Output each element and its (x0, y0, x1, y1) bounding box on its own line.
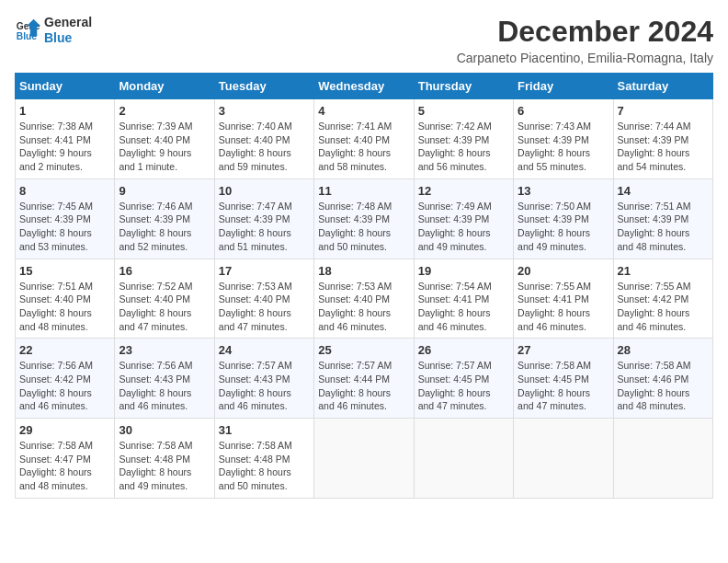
day-info: Sunrise: 7:53 AMSunset: 4:40 PMDaylight:… (219, 280, 310, 334)
day-info: Sunrise: 7:45 AMSunset: 4:39 PMDaylight:… (19, 200, 110, 254)
week-row-2: 8Sunrise: 7:45 AMSunset: 4:39 PMDaylight… (16, 178, 713, 259)
day-info: Sunrise: 7:43 AMSunset: 4:39 PMDaylight:… (518, 120, 609, 174)
page-header: General Blue General Blue December 2024 … (15, 15, 713, 65)
day-number: 8 (19, 184, 110, 198)
month-year-title: December 2024 (457, 15, 713, 49)
day-number: 23 (119, 343, 210, 357)
calendar-cell: 8Sunrise: 7:45 AMSunset: 4:39 PMDaylight… (16, 178, 115, 259)
day-number: 24 (219, 343, 310, 357)
logo-text-blue: Blue (44, 30, 92, 46)
calendar-cell: 19Sunrise: 7:54 AMSunset: 4:41 PMDayligh… (414, 259, 513, 339)
day-number: 2 (119, 104, 210, 118)
day-number: 16 (119, 264, 210, 278)
calendar-cell: 12Sunrise: 7:49 AMSunset: 4:39 PMDayligh… (414, 178, 513, 259)
day-info: Sunrise: 7:42 AMSunset: 4:39 PMDaylight:… (418, 120, 509, 174)
column-header-thursday: Thursday (414, 74, 513, 99)
day-info: Sunrise: 7:56 AMSunset: 4:43 PMDaylight:… (119, 359, 210, 413)
day-info: Sunrise: 7:55 AMSunset: 4:42 PMDaylight:… (618, 280, 709, 334)
week-row-5: 29Sunrise: 7:58 AMSunset: 4:47 PMDayligh… (16, 419, 713, 499)
logo: General Blue General Blue (15, 15, 92, 46)
day-info: Sunrise: 7:56 AMSunset: 4:42 PMDaylight:… (19, 359, 110, 413)
day-number: 3 (219, 104, 310, 118)
day-number: 4 (318, 104, 409, 118)
day-info: Sunrise: 7:58 AMSunset: 4:45 PMDaylight:… (518, 359, 609, 413)
day-number: 25 (318, 343, 409, 357)
week-row-4: 22Sunrise: 7:56 AMSunset: 4:42 PMDayligh… (16, 339, 713, 419)
logo-icon: General Blue (15, 17, 40, 43)
calendar-cell: 25Sunrise: 7:57 AMSunset: 4:44 PMDayligh… (314, 339, 414, 419)
day-info: Sunrise: 7:40 AMSunset: 4:40 PMDaylight:… (219, 120, 310, 174)
title-block: December 2024 Carpaneto Piacentino, Emil… (457, 15, 713, 65)
day-info: Sunrise: 7:51 AMSunset: 4:40 PMDaylight:… (19, 280, 110, 334)
day-info: Sunrise: 7:51 AMSunset: 4:39 PMDaylight:… (618, 200, 709, 254)
calendar-cell: 31Sunrise: 7:58 AMSunset: 4:48 PMDayligh… (214, 419, 313, 499)
day-number: 27 (518, 343, 609, 357)
day-info: Sunrise: 7:44 AMSunset: 4:39 PMDaylight:… (618, 120, 709, 174)
day-info: Sunrise: 7:48 AMSunset: 4:39 PMDaylight:… (318, 200, 409, 254)
day-info: Sunrise: 7:57 AMSunset: 4:45 PMDaylight:… (418, 359, 509, 413)
calendar-cell: 13Sunrise: 7:50 AMSunset: 4:39 PMDayligh… (514, 178, 613, 259)
calendar-cell: 3Sunrise: 7:40 AMSunset: 4:40 PMDaylight… (214, 99, 313, 179)
day-number: 28 (618, 343, 709, 357)
day-number: 14 (618, 184, 709, 198)
column-header-saturday: Saturday (613, 74, 712, 99)
calendar-cell (414, 419, 513, 499)
day-info: Sunrise: 7:47 AMSunset: 4:39 PMDaylight:… (219, 200, 310, 254)
day-number: 20 (518, 264, 609, 278)
column-header-wednesday: Wednesday (314, 74, 414, 99)
day-info: Sunrise: 7:55 AMSunset: 4:41 PMDaylight:… (518, 280, 609, 334)
day-info: Sunrise: 7:57 AMSunset: 4:44 PMDaylight:… (318, 359, 409, 413)
calendar-cell: 22Sunrise: 7:56 AMSunset: 4:42 PMDayligh… (16, 339, 115, 419)
logo-text-general: General (44, 15, 92, 30)
day-number: 19 (418, 264, 509, 278)
day-info: Sunrise: 7:39 AMSunset: 4:40 PMDaylight:… (119, 120, 210, 174)
calendar-cell: 30Sunrise: 7:58 AMSunset: 4:48 PMDayligh… (115, 419, 214, 499)
day-info: Sunrise: 7:58 AMSunset: 4:47 PMDaylight:… (19, 439, 110, 493)
calendar-cell: 11Sunrise: 7:48 AMSunset: 4:39 PMDayligh… (314, 178, 414, 259)
calendar-cell: 20Sunrise: 7:55 AMSunset: 4:41 PMDayligh… (514, 259, 613, 339)
day-number: 10 (219, 184, 310, 198)
calendar-cell: 4Sunrise: 7:41 AMSunset: 4:40 PMDaylight… (314, 99, 414, 179)
calendar-cell: 16Sunrise: 7:52 AMSunset: 4:40 PMDayligh… (115, 259, 214, 339)
header-row: SundayMondayTuesdayWednesdayThursdayFrid… (16, 74, 713, 99)
calendar-cell: 28Sunrise: 7:58 AMSunset: 4:46 PMDayligh… (613, 339, 712, 419)
calendar-cell: 27Sunrise: 7:58 AMSunset: 4:45 PMDayligh… (514, 339, 613, 419)
day-number: 30 (119, 423, 210, 437)
day-number: 31 (219, 423, 310, 437)
column-header-monday: Monday (115, 74, 214, 99)
day-info: Sunrise: 7:54 AMSunset: 4:41 PMDaylight:… (418, 280, 509, 334)
calendar-cell: 9Sunrise: 7:46 AMSunset: 4:39 PMDaylight… (115, 178, 214, 259)
day-info: Sunrise: 7:49 AMSunset: 4:39 PMDaylight:… (418, 200, 509, 254)
day-number: 13 (518, 184, 609, 198)
calendar-cell: 29Sunrise: 7:58 AMSunset: 4:47 PMDayligh… (16, 419, 115, 499)
day-number: 6 (518, 104, 609, 118)
day-info: Sunrise: 7:58 AMSunset: 4:48 PMDaylight:… (119, 439, 210, 493)
day-info: Sunrise: 7:57 AMSunset: 4:43 PMDaylight:… (219, 359, 310, 413)
column-header-tuesday: Tuesday (214, 74, 313, 99)
day-number: 15 (19, 264, 110, 278)
calendar-cell: 7Sunrise: 7:44 AMSunset: 4:39 PMDaylight… (613, 99, 712, 179)
calendar-cell: 2Sunrise: 7:39 AMSunset: 4:40 PMDaylight… (115, 99, 214, 179)
calendar-cell: 18Sunrise: 7:53 AMSunset: 4:40 PMDayligh… (314, 259, 414, 339)
calendar-cell (613, 419, 712, 499)
week-row-3: 15Sunrise: 7:51 AMSunset: 4:40 PMDayligh… (16, 259, 713, 339)
day-number: 21 (618, 264, 709, 278)
day-number: 29 (19, 423, 110, 437)
calendar-cell: 10Sunrise: 7:47 AMSunset: 4:39 PMDayligh… (214, 178, 313, 259)
calendar-cell: 23Sunrise: 7:56 AMSunset: 4:43 PMDayligh… (115, 339, 214, 419)
day-info: Sunrise: 7:58 AMSunset: 4:46 PMDaylight:… (618, 359, 709, 413)
column-header-friday: Friday (514, 74, 613, 99)
day-number: 17 (219, 264, 310, 278)
calendar-cell: 14Sunrise: 7:51 AMSunset: 4:39 PMDayligh… (613, 178, 712, 259)
day-info: Sunrise: 7:50 AMSunset: 4:39 PMDaylight:… (518, 200, 609, 254)
day-info: Sunrise: 7:41 AMSunset: 4:40 PMDaylight:… (318, 120, 409, 174)
day-number: 9 (119, 184, 210, 198)
calendar-header: SundayMondayTuesdayWednesdayThursdayFrid… (16, 74, 713, 99)
day-number: 26 (418, 343, 509, 357)
day-info: Sunrise: 7:52 AMSunset: 4:40 PMDaylight:… (119, 280, 210, 334)
calendar-cell: 17Sunrise: 7:53 AMSunset: 4:40 PMDayligh… (214, 259, 313, 339)
day-number: 1 (19, 104, 110, 118)
week-row-1: 1Sunrise: 7:38 AMSunset: 4:41 PMDaylight… (16, 99, 713, 179)
day-number: 7 (618, 104, 709, 118)
day-info: Sunrise: 7:58 AMSunset: 4:48 PMDaylight:… (219, 439, 310, 493)
